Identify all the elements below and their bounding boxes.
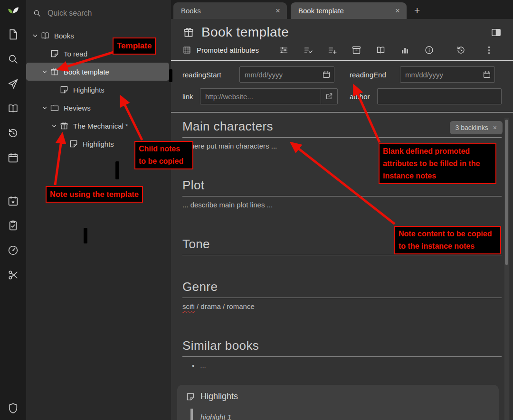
tree-item-book-template[interactable]: Book template: [26, 63, 169, 81]
new-note-icon[interactable]: [7, 28, 19, 40]
tab-label: Books: [181, 7, 275, 15]
jump-to-icon[interactable]: [7, 78, 19, 90]
quick-search-input[interactable]: [47, 9, 139, 18]
bullet-item: •...: [192, 362, 502, 370]
backlinks-label: 3 backlinks: [456, 124, 488, 131]
readingend-input[interactable]: [400, 66, 495, 83]
trilium-logo: [7, 4, 19, 16]
search-icon: [33, 9, 41, 18]
app-window: Books To read Book template Highlights R…: [0, 0, 513, 420]
ribbon-tab-label: Promoted attributes: [197, 46, 259, 54]
attr-label-link: link: [182, 93, 200, 101]
tree-item-label: The Mechanical *: [73, 122, 128, 130]
close-icon[interactable]: ×: [275, 6, 281, 16]
new-tab-button[interactable]: +: [410, 5, 424, 16]
calendar-icon[interactable]: [7, 152, 19, 164]
tasks-icon[interactable]: [7, 220, 19, 232]
web-clipper-icon[interactable]: [7, 269, 19, 281]
scrollbar-thumb[interactable]: [505, 120, 508, 265]
attr-label-readingstart: readingStart: [182, 71, 239, 79]
folder-icon: [50, 103, 59, 112]
special-date-icon[interactable]: [7, 195, 19, 207]
list-add-icon[interactable]: [327, 45, 337, 55]
tab-books[interactable]: Books ×: [173, 2, 287, 19]
readingend-field: [400, 66, 495, 83]
chevron-down-icon[interactable]: [39, 67, 50, 76]
readingstart-input[interactable]: [239, 66, 334, 83]
archive-icon[interactable]: [352, 45, 361, 55]
chart-icon[interactable]: [400, 45, 410, 55]
tree-item-highlights-2[interactable]: Highlights: [26, 135, 171, 153]
link-field: [200, 88, 338, 104]
section-plot: Plot ... describe main plot lines ...: [182, 178, 502, 209]
book-icon: [40, 31, 50, 40]
template-icon: [182, 26, 195, 38]
note-content-editor[interactable]: 3 backlinks × Main characters ... here p…: [171, 112, 513, 420]
history-icon[interactable]: [456, 45, 466, 55]
main-area: Books × Book template × + Book template …: [171, 0, 513, 420]
tree-item-highlights[interactable]: Highlights: [26, 81, 171, 99]
child-note-card[interactable]: Highlights highlght 1: [177, 385, 499, 420]
bullet-text: ...: [200, 362, 206, 370]
note-icon: [59, 85, 69, 94]
section-body: [182, 260, 502, 268]
section-body: scifi / drama / romance: [182, 302, 502, 311]
open-link-button[interactable]: [321, 88, 338, 104]
section-heading: Plot: [182, 178, 502, 196]
calendar-icon[interactable]: [322, 70, 331, 79]
child-note-title: Highlights: [200, 392, 238, 401]
launcher-bar: [0, 0, 26, 420]
chevron-down-icon[interactable]: [39, 103, 50, 112]
tab-bar: Books × Book template × +: [171, 0, 513, 19]
section-body: ... describe main plot lines ...: [182, 201, 502, 209]
section-heading: Genre: [182, 280, 502, 298]
dashboard-icon[interactable]: [7, 244, 19, 256]
section-body: ... here put main characters ...: [182, 142, 502, 150]
protected-session-icon[interactable]: [7, 402, 19, 414]
chevron-down-icon[interactable]: [49, 121, 59, 130]
info-icon[interactable]: [424, 45, 434, 55]
calendar-icon[interactable]: [483, 70, 491, 79]
backlinks-badge[interactable]: 3 backlinks ×: [450, 121, 503, 134]
promoted-attributes-panel: readingStart readingEnd link author: [171, 61, 513, 112]
quick-search[interactable]: [26, 0, 171, 27]
ribbon-icons: [279, 45, 494, 55]
sliders-icon[interactable]: [279, 45, 289, 55]
readingstart-field: [239, 66, 334, 83]
section-heading: Similar books: [182, 338, 502, 357]
tab-promoted-attributes[interactable]: Promoted attributes: [182, 46, 259, 55]
grid-icon: [182, 46, 191, 55]
section-tone: Tone: [182, 237, 502, 268]
tree-item-reviews[interactable]: Reviews: [26, 99, 171, 117]
link-input[interactable]: [200, 88, 321, 104]
genre-rest: / drama / romance: [195, 302, 255, 310]
tree-item-to-read[interactable]: To read: [26, 45, 171, 63]
misspelled-word: scifi: [182, 302, 195, 310]
tree-item-label: To read: [64, 50, 87, 58]
author-input[interactable]: [377, 88, 502, 104]
history-icon[interactable]: [7, 127, 19, 139]
tree-item-the-mechanical[interactable]: The Mechanical *: [26, 117, 171, 135]
books-icon[interactable]: [7, 103, 19, 114]
search-icon[interactable]: [7, 53, 19, 65]
section-heading: Tone: [182, 237, 502, 255]
note-tree: Books To read Book template Highlights R…: [26, 27, 171, 420]
book-icon[interactable]: [376, 45, 386, 55]
close-icon[interactable]: ×: [493, 124, 497, 131]
close-icon[interactable]: ×: [394, 6, 401, 16]
tree-item-books[interactable]: Books: [26, 27, 171, 45]
split-view-icon[interactable]: [491, 27, 502, 38]
more-vertical-icon[interactable]: [484, 45, 494, 55]
note-header: Book template: [171, 19, 513, 42]
chevron-down-icon[interactable]: [30, 31, 40, 40]
note-icon: [69, 139, 78, 149]
tree-item-label: Highlights: [73, 86, 104, 94]
list-check-icon[interactable]: [303, 45, 313, 55]
child-note-quote: highlght 1: [190, 409, 490, 420]
tab-book-template[interactable]: Book template ×: [291, 2, 407, 19]
scrollbar-track[interactable]: [504, 118, 509, 420]
tab-label: Book template: [298, 7, 394, 15]
note-title[interactable]: Book template: [201, 25, 484, 40]
tree-item-label: Reviews: [64, 104, 91, 112]
attr-label-author: author: [350, 93, 377, 101]
